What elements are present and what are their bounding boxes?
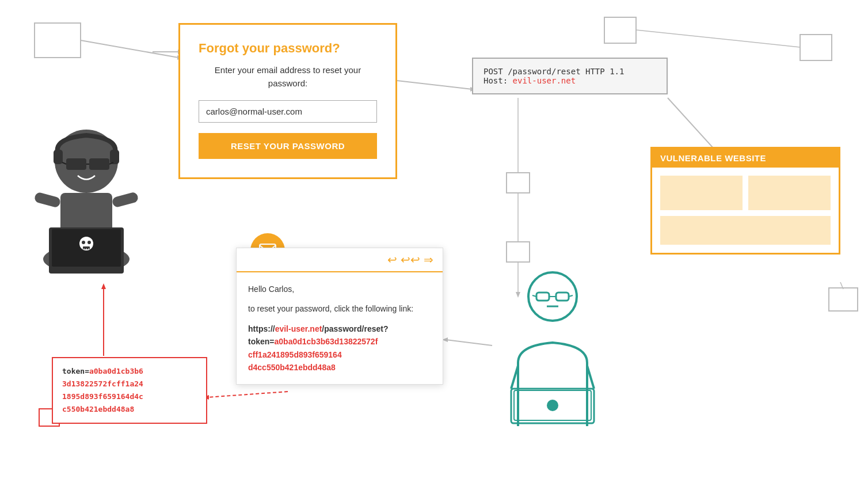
email-input[interactable] xyxy=(199,100,377,123)
email-arrows: ↩ ↩↩ ⇒ xyxy=(387,253,433,267)
svg-rect-47 xyxy=(111,191,139,208)
email-body-text: to reset your password, click the follow… xyxy=(248,302,431,315)
token-label: token= xyxy=(62,367,89,375)
reset-card: Forgot your password? Enter your email a… xyxy=(178,23,397,179)
svg-point-57 xyxy=(547,400,558,411)
svg-point-33 xyxy=(87,241,91,244)
svg-line-9 xyxy=(636,30,800,47)
link-domain: evil-user.net xyxy=(275,324,322,333)
svg-line-14 xyxy=(207,392,288,397)
svg-rect-22 xyxy=(507,242,530,262)
svg-line-12 xyxy=(446,340,492,345)
email-popup-header: ↩ ↩↩ ⇒ xyxy=(237,248,443,272)
svg-line-11 xyxy=(840,282,843,289)
reset-card-title: Forgot your password? xyxy=(199,41,377,56)
http-host-prefix: Host: xyxy=(484,76,513,85)
http-line1: POST /password/reset HTTP 1.1 xyxy=(484,67,656,76)
vulnerable-website: VULNERABLE WEBSITE xyxy=(650,147,840,255)
reset-password-button[interactable]: RESET YOUR PASSWORD xyxy=(199,133,377,159)
reply-icon[interactable]: ↩ xyxy=(387,253,397,267)
svg-rect-0 xyxy=(35,23,81,58)
email-greeting: Hello Carlos, xyxy=(248,283,431,295)
user-figure xyxy=(495,265,610,426)
vuln-site-block-2 xyxy=(748,176,831,210)
vuln-site-block-3 xyxy=(660,216,831,245)
http-request-box: POST /password/reset HTTP 1.1 Host: evil… xyxy=(472,58,668,94)
svg-rect-8 xyxy=(800,35,832,60)
svg-rect-7 xyxy=(604,17,636,43)
svg-rect-46 xyxy=(33,192,61,208)
svg-rect-10 xyxy=(829,288,858,311)
svg-rect-42 xyxy=(89,158,109,170)
hacker-figure xyxy=(23,92,150,288)
svg-line-5 xyxy=(668,98,714,149)
vuln-site-title: VULNERABLE WEBSITE xyxy=(652,149,839,168)
svg-rect-41 xyxy=(66,158,86,170)
link-prefix: https:// xyxy=(248,324,275,333)
http-host-value: evil-user.net xyxy=(513,76,576,85)
svg-rect-40 xyxy=(110,150,119,164)
svg-rect-49 xyxy=(536,293,549,301)
svg-rect-21 xyxy=(507,173,530,193)
vuln-site-block-1 xyxy=(660,176,743,210)
email-link: https://evil-user.net/password/reset?tok… xyxy=(248,322,431,374)
svg-rect-39 xyxy=(54,150,63,164)
reply-all-icon[interactable]: ↩↩ xyxy=(401,253,420,267)
svg-line-3 xyxy=(397,81,472,89)
http-line2: Host: evil-user.net xyxy=(484,76,656,85)
reset-card-description: Enter your email address to reset your p… xyxy=(199,64,377,90)
vuln-site-body xyxy=(652,168,839,253)
svg-point-32 xyxy=(82,241,85,244)
svg-line-1 xyxy=(81,40,178,58)
email-popup-body: Hello Carlos, to reset your password, cl… xyxy=(237,272,443,384)
email-popup: ↩ ↩↩ ⇒ Hello Carlos, to reset your passw… xyxy=(236,248,443,385)
svg-rect-50 xyxy=(556,293,569,301)
token-box: token=a0ba0d1cb3b63d13822572fcff1a241895… xyxy=(52,357,207,424)
forward-icon[interactable]: ⇒ xyxy=(424,253,433,267)
